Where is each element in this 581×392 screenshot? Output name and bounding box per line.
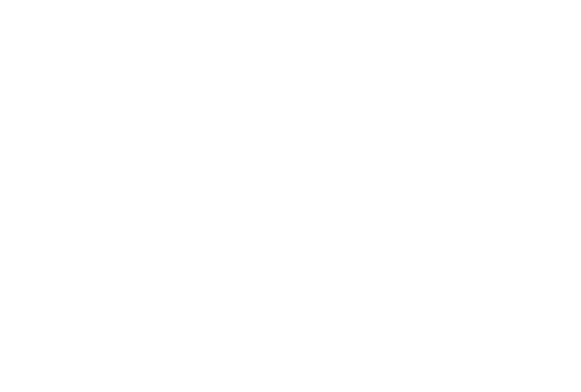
price-axis[interactable] bbox=[541, 30, 580, 389]
pre-market-badge bbox=[496, 227, 507, 238]
tradingview-snapshot bbox=[0, 0, 581, 392]
last-price-badge bbox=[543, 239, 576, 250]
chart-area[interactable] bbox=[0, 0, 581, 392]
time-axis[interactable] bbox=[5, 368, 541, 389]
pre-price-badge bbox=[543, 227, 576, 238]
chart-canvas[interactable] bbox=[0, 0, 581, 392]
